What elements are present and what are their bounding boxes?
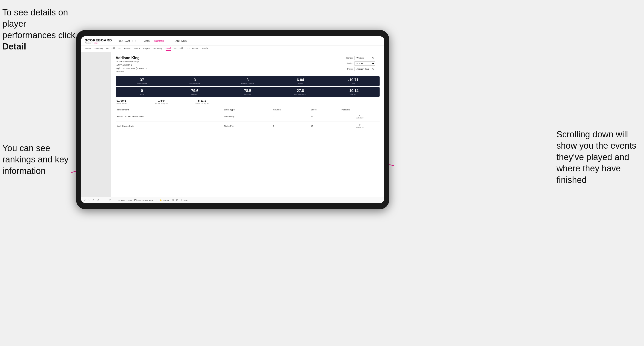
player-select[interactable]: Addison King: [354, 67, 375, 71]
toolbar-separator-1: [115, 198, 115, 202]
cell-event-type-1: Stroke Play: [222, 112, 272, 121]
subnav-players[interactable]: Players: [143, 47, 150, 51]
nav-items: TOURNAMENTS TEAMS COMMITTEE RANKINGS: [118, 40, 186, 42]
stat-avg-score-par: 27.8 Avg Score to Par: [274, 87, 327, 97]
cell-score-2: 16: [309, 121, 340, 131]
table-row: Lady Coyote Invite Stroke Play 2 16 7 ou…: [116, 121, 380, 131]
conference-rank-value: 3: [223, 78, 272, 82]
gender-select[interactable]: Women Men: [354, 56, 375, 60]
cell-tournament-2: Lady Coyote Invite: [116, 121, 222, 131]
zoom-in-icon[interactable]: +: [105, 199, 106, 201]
tournament-table: Tournament Event Type Rounds Score Posit…: [116, 108, 380, 131]
points-value: 6.04: [276, 78, 325, 82]
zoom-out-icon[interactable]: −: [101, 199, 103, 201]
stat-sos: -19.71 SoS: [327, 76, 380, 86]
wins-label: Wins: [117, 93, 167, 95]
undo-icon[interactable]: ↩: [84, 199, 86, 202]
subnav-matrix2[interactable]: Matrix: [202, 47, 208, 51]
stat-wins: 0 Wins: [116, 87, 168, 97]
player-header: Addison King Mesa Community College NJCA…: [116, 56, 380, 73]
subnav-h2h-grid2[interactable]: H2H Grid: [174, 47, 183, 51]
toolbar-separator-2: [156, 198, 156, 202]
share-icon: ⇧: [180, 199, 182, 201]
subnav-teams[interactable]: Teams: [85, 47, 91, 51]
avg-score-par-label: Avg Score to Par: [276, 93, 325, 95]
nav-rankings[interactable]: RANKINGS: [174, 40, 186, 42]
avg-score-label: Avg Score: [170, 93, 220, 95]
cell-rounds-2: 2: [272, 121, 309, 131]
player-name: Addison King: [116, 56, 147, 60]
subnav-h2h-grid[interactable]: H2H Grid: [106, 47, 115, 51]
nav-teams[interactable]: TEAMS: [141, 40, 150, 42]
overall-record-value: 91-20-1: [116, 99, 127, 102]
col-rounds: Rounds: [272, 108, 309, 112]
save-custom-view-button[interactable]: 💾 Save Custom View: [134, 199, 153, 201]
stat-avg-score: 79.6 Avg Score: [168, 87, 221, 97]
division-label: Division: [343, 62, 353, 65]
division-select[interactable]: NJCAA I NJCAA II: [354, 61, 375, 66]
back-icon[interactable]: ⟲: [97, 199, 99, 202]
regional-rank-value: 3: [170, 78, 220, 82]
annotation-detail-bold: Detail: [2, 42, 26, 51]
logo-scoreboard: SCOREBOARD: [85, 38, 112, 42]
annotation-top-left: To see details on player performances cl…: [2, 7, 80, 52]
nav-committee[interactable]: COMMITTEE: [154, 40, 169, 42]
bottom-toolbar: ↩ ↪ ⟳ ⟲ − + ⏱ 👁 View: Original 💾 Save Cu…: [81, 197, 384, 203]
filter-division-row: Division NJCAA I NJCAA II: [343, 61, 380, 66]
stats-grid-row2: 0 Wins 79.6 Avg Score 78.5 Adj Score 2: [116, 87, 380, 97]
watch-icon: 🔔: [160, 199, 162, 201]
sub-nav: Teams Summary H2H Grid H2H Heatmap Matri…: [81, 46, 384, 52]
watch-button[interactable]: 🔔 Watch ▾: [160, 199, 169, 201]
refresh-icon[interactable]: ⟳: [92, 199, 95, 202]
left-sidebar: [81, 52, 111, 197]
player-region: Region 1 - Southwest (18) District: [116, 67, 147, 70]
cell-position-1: 4 out of 20: [340, 112, 380, 121]
filter-gender-row: Gender Women Men: [343, 56, 380, 60]
annotation-bottom-left: You can see rankings and key information: [2, 143, 74, 177]
avg-score-par-value: 27.8: [276, 89, 325, 93]
record-top50: 5-11-1 Record vs top 50: [196, 99, 209, 104]
avg-score-value: 79.6: [170, 89, 220, 93]
stat-avg-sg: -10.14 Avg SG: [327, 87, 380, 97]
subnav-h2h-heatmap2[interactable]: H2H Heatmap: [186, 47, 199, 51]
sos-label: SoS: [328, 83, 378, 84]
annotation-right: Scrolling down will show you the events …: [556, 129, 642, 186]
subnav-summary[interactable]: Summary: [94, 47, 103, 51]
cell-event-type-2: Stroke Play: [222, 121, 272, 131]
tablet-shell: SCOREBOARD Powered by clippd TOURNAMENTS…: [76, 30, 389, 209]
player-info: Addison King Mesa Community College NJCA…: [116, 56, 147, 73]
top-nav: SCOREBOARD Powered by clippd TOURNAMENTS…: [81, 36, 384, 46]
cell-position-2: 7 out of 20: [340, 121, 380, 131]
screen-icon[interactable]: 🖥: [171, 199, 174, 201]
top50-record-label: Record vs top 50: [196, 102, 209, 104]
col-position: Position: [340, 108, 380, 112]
avg-sg-value: -10.14: [328, 89, 378, 93]
redo-icon[interactable]: ↪: [88, 199, 90, 202]
adj-score-value: 78.5: [223, 89, 272, 93]
col-tournament: Tournament: [116, 108, 222, 112]
tablet-screen: SCOREBOARD Powered by clippd TOURNAMENTS…: [81, 36, 384, 203]
record-overall: 91-20-1 Overall Record: [116, 99, 127, 104]
player-filters: Gender Women Men Division NJCAA I: [343, 56, 380, 73]
timer-icon[interactable]: ⏱: [109, 199, 112, 201]
gender-label: Gender: [343, 57, 353, 59]
stats-grid-row1: 37 National Rank 3 Regional Rank 3 Confe…: [116, 76, 380, 86]
col-score: Score: [309, 108, 340, 112]
logo-clippd: clippd: [94, 42, 98, 44]
points-label: Points: [276, 83, 325, 84]
subnav-matrix[interactable]: Matrix: [134, 47, 140, 51]
nav-tournaments[interactable]: TOURNAMENTS: [118, 40, 136, 42]
player-school: Mesa Community College: [116, 60, 147, 63]
grid-icon[interactable]: ⊞: [176, 199, 178, 202]
top25-record-value: 1-5-0: [155, 99, 168, 102]
stat-national-rank: 37 National Rank: [116, 76, 168, 86]
sos-value: -19.71: [328, 78, 378, 82]
cell-score-1: 17: [309, 112, 340, 121]
subnav-summary2[interactable]: Summary: [154, 47, 162, 51]
col-event-type: Event Type: [222, 108, 272, 112]
view-original-button[interactable]: 👁 View: Original: [118, 199, 132, 201]
national-rank-label: National Rank: [117, 83, 167, 84]
share-button[interactable]: ⇧ Share: [180, 199, 188, 201]
subnav-h2h-heatmap[interactable]: H2H Heatmap: [118, 47, 131, 51]
subnav-detail[interactable]: Detail: [166, 47, 171, 51]
